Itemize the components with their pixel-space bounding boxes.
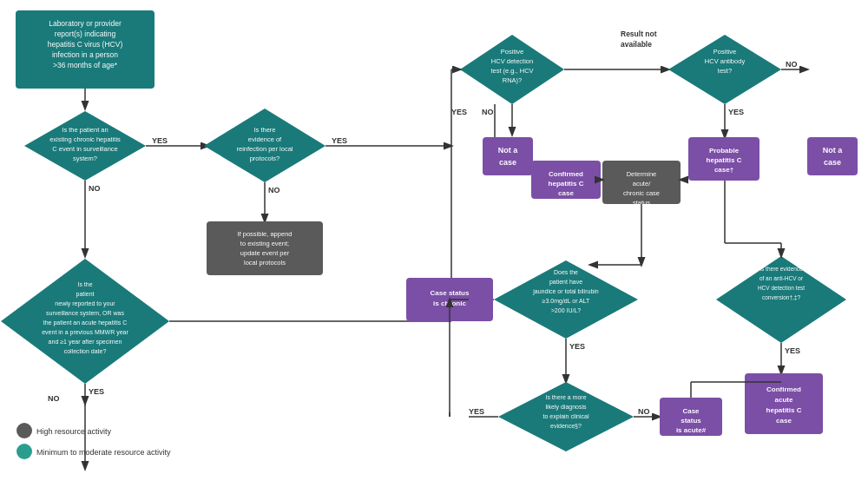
svg-text:Is the patient an: Is the patient an — [62, 126, 108, 134]
svg-text:C event in surveillance: C event in surveillance — [52, 145, 117, 153]
svg-text:YES: YES — [785, 346, 800, 355]
svg-text:existing chronic hepatitis: existing chronic hepatitis — [49, 135, 121, 143]
svg-text:local protocols: local protocols — [244, 259, 286, 267]
svg-text:NO: NO — [482, 108, 494, 116]
svg-text:test?: test? — [718, 67, 732, 75]
svg-text:Positive: Positive — [501, 48, 523, 56]
svg-text:hepatitis C: hepatitis C — [766, 406, 802, 414]
svg-text:patient have: patient have — [549, 279, 582, 286]
svg-text:to explain clinical: to explain clinical — [543, 413, 589, 420]
svg-text:NO: NO — [786, 60, 798, 69]
svg-text:NO: NO — [89, 184, 101, 193]
svg-text:report(s) indicating: report(s) indicating — [55, 30, 116, 38]
svg-text:to existing event;: to existing event; — [240, 240, 289, 247]
svg-text:YES: YES — [728, 108, 744, 116]
svg-text:YES: YES — [89, 387, 104, 396]
svg-text:available: available — [621, 40, 652, 49]
svg-text:patient: patient — [76, 291, 94, 298]
svg-text:protocols?: protocols? — [250, 155, 280, 162]
svg-text:case: case — [776, 417, 792, 425]
svg-text:evidence of: evidence of — [248, 135, 282, 143]
svg-rect-73 — [807, 137, 858, 175]
svg-text:NO: NO — [48, 394, 60, 403]
svg-text:test (e.g., HCV: test (e.g., HCV — [490, 67, 533, 75]
svg-text:and ≥1 year after specimen: and ≥1 year after specimen — [49, 339, 122, 346]
svg-text:YES: YES — [469, 407, 484, 416]
svg-text:YES: YES — [569, 342, 585, 351]
svg-text:Laboratory or provider: Laboratory or provider — [49, 19, 122, 28]
svg-text:Case: Case — [682, 407, 700, 415]
svg-text:Confirmed: Confirmed — [549, 170, 583, 178]
svg-text:≥3.0mg/dL or ALT: ≥3.0mg/dL or ALT — [542, 298, 591, 305]
svg-text:Confirmed: Confirmed — [766, 385, 801, 393]
svg-text:system?: system? — [73, 155, 97, 162]
svg-text:of an anti-HCV or: of an anti-HCV or — [760, 275, 804, 281]
svg-text:evidence§?: evidence§? — [550, 423, 582, 429]
svg-point-137 — [16, 444, 32, 459]
svg-text:update event per: update event per — [240, 249, 290, 257]
svg-text:hepatitis C: hepatitis C — [549, 180, 584, 188]
svg-text:Is the: Is the — [77, 281, 92, 287]
svg-text:HCV antibody: HCV antibody — [705, 57, 746, 65]
svg-text:Result not: Result not — [621, 30, 657, 38]
svg-text:Is there a more: Is there a more — [545, 394, 586, 400]
svg-text:chronic case: chronic case — [623, 189, 660, 197]
svg-text:Determine: Determine — [627, 170, 657, 178]
svg-text:likely diagnosis: likely diagnosis — [545, 404, 587, 411]
svg-text:reinfection per local: reinfection per local — [236, 145, 293, 153]
svg-text:RNA)?: RNA)? — [503, 76, 523, 84]
svg-text:case: case — [824, 158, 841, 167]
svg-text:Not a: Not a — [823, 146, 843, 155]
svg-text:Not a: Not a — [498, 146, 518, 155]
svg-text:HCV detection: HCV detection — [491, 57, 533, 65]
svg-text:NO: NO — [268, 186, 280, 194]
svg-point-135 — [16, 423, 32, 438]
svg-text:YES: YES — [451, 108, 467, 116]
svg-text:YES: YES — [152, 136, 168, 145]
svg-text:collection date?: collection date? — [64, 348, 107, 354]
svg-text:HCV detection test: HCV detection test — [758, 285, 805, 291]
svg-text:the patient an acute hepatitis: the patient an acute hepatitis C — [43, 319, 128, 326]
svg-text:>36 months of age*: >36 months of age* — [53, 61, 118, 69]
svg-text:NO: NO — [638, 407, 650, 416]
svg-text:event in a previous MMWR year: event in a previous MMWR year — [42, 329, 128, 336]
svg-text:Positive: Positive — [713, 48, 736, 56]
svg-text:is acute#: is acute# — [676, 426, 707, 434]
svg-text:YES: YES — [332, 136, 347, 145]
svg-text:Is there: Is there — [253, 126, 275, 134]
svg-rect-58 — [483, 137, 533, 175]
svg-text:Is there evidence: Is there evidence — [760, 266, 803, 272]
svg-text:conversion†,‡?: conversion†,‡? — [762, 294, 800, 300]
svg-text:>200 IU/L?: >200 IU/L? — [551, 307, 582, 313]
svg-text:Minimum to moderate resource a: Minimum to moderate resource activity — [36, 448, 171, 457]
svg-text:case: case — [499, 158, 516, 167]
svg-text:infection in a person: infection in a person — [52, 50, 118, 59]
svg-text:case†: case† — [714, 166, 733, 174]
svg-text:Does the: Does the — [554, 269, 578, 275]
svg-text:High resource activity: High resource activity — [36, 427, 112, 436]
svg-text:newly reported to your: newly reported to your — [55, 300, 115, 307]
svg-text:hepatitis C virus (HCV): hepatitis C virus (HCV) — [48, 40, 123, 49]
svg-text:If possible, append: If possible, append — [238, 230, 293, 238]
svg-text:case: case — [558, 189, 574, 197]
diagram-container: Laboratory or provider report(s) indicat… — [0, 0, 868, 494]
svg-text:Case status: Case status — [431, 289, 470, 297]
svg-text:jaundice or total bilirubin: jaundice or total bilirubin — [532, 288, 599, 295]
svg-text:acute/: acute/ — [633, 180, 651, 188]
svg-text:acute: acute — [775, 396, 793, 404]
svg-text:surveillance system, OR was: surveillance system, OR was — [46, 310, 124, 317]
svg-text:status: status — [681, 417, 701, 425]
svg-text:hepatitis C: hepatitis C — [707, 156, 742, 164]
svg-text:Probable: Probable — [709, 147, 740, 155]
